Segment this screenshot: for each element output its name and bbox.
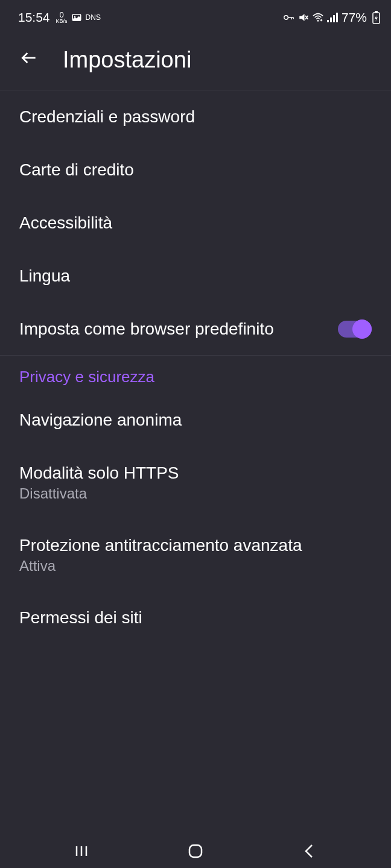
settings-item-label: Navigazione anonima — [19, 410, 372, 430]
svg-rect-14 — [375, 11, 378, 13]
back-arrow-icon[interactable] — [19, 48, 43, 72]
wifi-icon — [313, 12, 323, 23]
settings-item-site-permissions[interactable]: Permessi dei siti — [0, 591, 391, 644]
settings-item-cards[interactable]: Carte di credito — [0, 143, 391, 197]
settings-item-label: Permessi dei siti — [19, 608, 372, 627]
settings-item-label: Protezione antitracciamento avanzata — [19, 536, 372, 555]
page-title: Impostazioni — [63, 47, 191, 73]
header: Impostazioni — [0, 33, 391, 90]
battery-percentage: 77% — [342, 10, 367, 25]
settings-list: Credenziali e password Carte di credito … — [0, 90, 391, 834]
network-speed: 0 KB/s — [56, 11, 68, 24]
settings-item-accessibility[interactable]: Accessibilità — [0, 197, 391, 250]
picture-icon — [71, 12, 82, 23]
mute-icon — [298, 12, 309, 23]
settings-item-label: Accessibilità — [19, 213, 372, 233]
toggle-thumb — [352, 319, 372, 339]
svg-point-8 — [317, 20, 319, 22]
settings-item-tracking-protection[interactable]: Protezione antitracciamento avanzata Att… — [0, 519, 391, 591]
toggle-switch-on[interactable] — [338, 321, 372, 338]
svg-rect-19 — [189, 845, 202, 857]
svg-rect-9 — [327, 20, 329, 22]
settings-item-subtitle: Attiva — [19, 558, 372, 574]
settings-item-https-only[interactable]: Modalità solo HTTPS Disattivata — [0, 447, 391, 519]
settings-item-label: Modalità solo HTTPS — [19, 464, 372, 483]
dns-indicator: DNS — [86, 13, 101, 22]
clock-time: 15:54 — [18, 10, 50, 25]
nav-bar — [0, 834, 391, 868]
settings-item-language[interactable]: Lingua — [0, 250, 391, 303]
svg-point-2 — [284, 16, 288, 20]
settings-item-label: Lingua — [19, 266, 372, 286]
nav-recents-icon[interactable] — [63, 843, 100, 860]
status-right: 77% — [284, 10, 381, 25]
svg-rect-11 — [333, 15, 335, 22]
battery-icon — [370, 12, 381, 23]
settings-item-label: Carte di credito — [19, 160, 372, 180]
settings-item-default-browser[interactable]: Imposta come browser predefinito — [0, 303, 391, 355]
settings-item-credentials[interactable]: Credenziali e password — [0, 90, 391, 143]
vpn-key-icon — [284, 12, 294, 23]
svg-rect-12 — [336, 13, 338, 22]
status-bar: 15:54 0 KB/s DNS 77% — [0, 0, 391, 33]
section-header-privacy: Privacy e sicurezza — [0, 356, 391, 394]
settings-item-subtitle: Disattivata — [19, 485, 372, 502]
nav-home-icon[interactable] — [177, 843, 214, 860]
settings-item-private-browsing[interactable]: Navigazione anonima — [0, 394, 391, 447]
svg-rect-10 — [330, 17, 332, 22]
signal-icon — [327, 12, 338, 23]
section-header-text: Privacy e sicurezza — [19, 368, 372, 386]
status-left: 15:54 0 KB/s DNS — [18, 10, 101, 25]
nav-back-icon[interactable] — [291, 843, 328, 860]
settings-item-label: Credenziali e password — [19, 107, 372, 127]
settings-item-label: Imposta come browser predefinito — [19, 317, 274, 341]
